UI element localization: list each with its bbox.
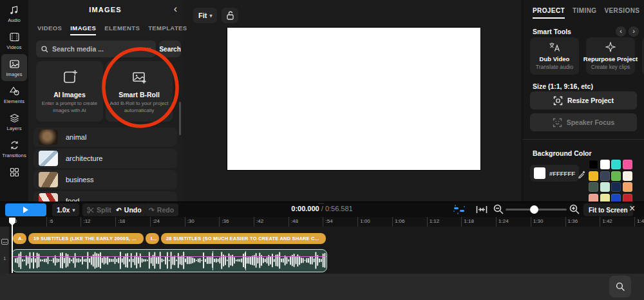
smart-broll-icon [131, 69, 147, 86]
search-box[interactable]: × [36, 41, 156, 57]
palette-color-swatch[interactable] [589, 160, 598, 169]
undo-button[interactable]: ↶ Undo [111, 203, 146, 216]
panel-title: IMAGES [89, 6, 122, 14]
rail-item-more[interactable] [1, 162, 27, 182]
audio-waveform-clip[interactable] [12, 249, 327, 272]
project-panel: PROJECT TIMING VERSIONS Smart Tools ‹ › … [522, 0, 644, 202]
button-label: Resize Project [567, 97, 614, 104]
timeline-zoom-slider[interactable] [506, 209, 567, 211]
rail-item-transitions[interactable]: Transitions [1, 135, 27, 162]
zoom-slider-thumb[interactable] [530, 205, 538, 214]
playback-speed-dropdown[interactable]: 1.0x ▾ [52, 203, 79, 216]
rail-item-videos[interactable]: Videos [1, 27, 27, 54]
zoom-out-icon[interactable] [493, 204, 504, 214]
search-row: × Search [36, 41, 175, 57]
timeline-ruler[interactable]: 0:6:12:18:24:30:36:42:48:541:001:061:121… [0, 217, 644, 227]
palette-color-swatch[interactable] [611, 182, 621, 192]
dub-video-card[interactable]: Dub Video Translate audio [530, 37, 579, 75]
subtitle-pill-a[interactable]: A. [13, 233, 26, 244]
subtitle-pill-19[interactable]: 19 SUBTITLES (LIKE THE EARLY 2000S, ... [28, 233, 144, 244]
tab-timing[interactable]: TIMING [573, 7, 596, 19]
tab-templates[interactable]: TEMPLATES [148, 24, 187, 35]
clear-search-icon[interactable]: × [147, 45, 151, 53]
hex-color-field[interactable]: #FFFFFF [530, 165, 579, 182]
fit-horizontal-icon[interactable] [476, 204, 488, 215]
rail-item-audio[interactable]: Audio [1, 0, 27, 27]
smart-broll-card[interactable]: Smart B-Roll Add B-Roll to your project … [106, 61, 173, 122]
palette-color-swatch[interactable] [600, 171, 610, 181]
palette-color-swatch[interactable] [589, 182, 598, 192]
zoom-fit-dropdown[interactable]: Fit ▾ [193, 8, 217, 23]
lock-canvas-button[interactable] [222, 8, 238, 23]
playhead-marker[interactable] [9, 218, 15, 226]
category-row-architecture[interactable]: architecture [33, 149, 177, 168]
subtitle-pill-28[interactable]: 28 SUBTITLES (SO MUCH EASIER TO CREATE A… [161, 233, 326, 244]
collapse-panel-icon[interactable]: ‹ [174, 3, 177, 15]
timeline-lower-area [0, 274, 644, 300]
playhead-line[interactable] [12, 219, 13, 273]
unlock-icon [226, 11, 234, 20]
eyedropper-icon[interactable] [578, 170, 586, 178]
timeline-resize-handle[interactable]: ⋯ [318, 200, 325, 207]
category-row-business[interactable]: business [33, 170, 177, 189]
tab-videos[interactable]: VIDEOS [37, 24, 62, 35]
category-row-animal[interactable]: animal [33, 127, 177, 147]
rail-item-elements[interactable]: Elements [1, 81, 27, 108]
ruler-label: 1:42 [600, 218, 612, 224]
film-icon [9, 32, 20, 42]
redo-button[interactable]: ↷ Redo [144, 203, 178, 216]
timeline: 0:6:12:18:24:30:36:42:48:541:001:061:121… [0, 217, 644, 300]
card-subtitle: Add B-Roll to your project automatically [109, 100, 169, 114]
video-canvas[interactable] [227, 28, 480, 170]
repurpose-project-card[interactable]: Repurpose Project Create key clips [586, 37, 635, 75]
canvas-area: Fit ▾ [182, 0, 522, 202]
palette-color-swatch[interactable] [600, 182, 610, 192]
card-title: Dub Video [540, 55, 570, 62]
palette-color-swatch[interactable] [623, 160, 632, 169]
shapes-icon [9, 86, 20, 97]
timeline-search-button[interactable] [609, 276, 631, 297]
speed-label: 1.0x [57, 206, 70, 214]
carousel-left-icon[interactable]: ‹ [616, 26, 626, 37]
palette-color-swatch[interactable] [600, 160, 610, 169]
play-button[interactable] [5, 203, 46, 216]
palette-color-swatch[interactable] [611, 160, 621, 169]
palette-color-swatch[interactable] [623, 171, 632, 181]
ruler-label: :48 [289, 218, 298, 224]
tab-elements[interactable]: ELEMENTS [104, 24, 140, 35]
hex-value: #FFFFFF [549, 170, 575, 177]
volume-automation-line[interactable] [12, 256, 327, 257]
ruler-label: :6 [46, 218, 53, 224]
rail-item-images[interactable]: Images [1, 54, 27, 81]
color-palette [589, 160, 632, 203]
carousel-right-icon[interactable]: › [629, 26, 639, 37]
palette-color-swatch[interactable] [589, 171, 598, 181]
ruler-label: 1:06 [392, 218, 405, 224]
search-button[interactable]: Search [159, 41, 180, 57]
tab-versions[interactable]: VERSIONS [604, 7, 639, 19]
split-button[interactable]: Split [82, 203, 116, 216]
zoom-in-icon[interactable] [569, 204, 580, 214]
resize-project-button[interactable]: Resize Project [530, 91, 637, 109]
background-color-title: Background Color [533, 149, 592, 157]
card-title: AI Images [53, 91, 86, 98]
panel-scrollbar[interactable] [179, 102, 181, 135]
timeline-tracks-toggle-icon[interactable] [453, 204, 466, 215]
clip-separator [213, 251, 213, 270]
tab-project[interactable]: PROJECT [533, 7, 565, 19]
media-panel: IMAGES ‹ VIDEOS IMAGES ELEMENTS TEMPLATE… [28, 0, 182, 202]
palette-color-swatch[interactable] [611, 171, 621, 181]
ruler-label: 1:24 [496, 218, 509, 224]
category-label: architecture [66, 155, 102, 162]
ai-images-card[interactable]: AI Images Enter a prompt to create image… [36, 61, 103, 122]
subtitle-pill-i[interactable]: I... [146, 233, 159, 244]
palette-color-swatch[interactable] [623, 182, 632, 192]
video-editor-app: Audio Videos Images Elements Layers Tran… [0, 0, 644, 300]
category-thumbnail [39, 172, 58, 187]
close-timeline-icon[interactable]: × [629, 203, 635, 214]
fit-to-screen-button[interactable]: Fit to Screen [583, 203, 633, 216]
tab-images[interactable]: IMAGES [70, 24, 96, 35]
search-input[interactable] [52, 45, 143, 53]
rail-item-layers[interactable]: Layers [1, 108, 27, 135]
speaker-focus-button[interactable]: Speaker Focus [530, 113, 637, 131]
